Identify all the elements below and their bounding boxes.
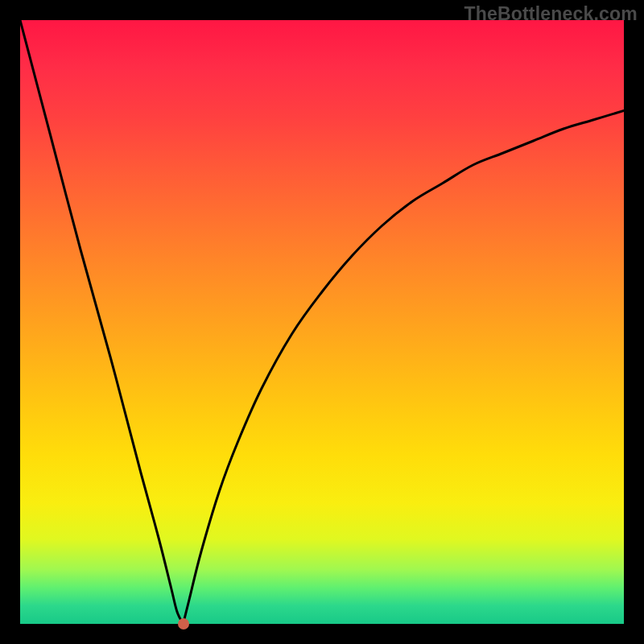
curve-path <box>20 20 624 624</box>
plot-area <box>20 20 624 624</box>
chart-container: TheBottleneck.com <box>0 0 644 644</box>
watermark-label: TheBottleneck.com <box>464 3 638 25</box>
minimum-marker <box>178 618 189 630</box>
bottleneck-curve <box>20 20 624 624</box>
